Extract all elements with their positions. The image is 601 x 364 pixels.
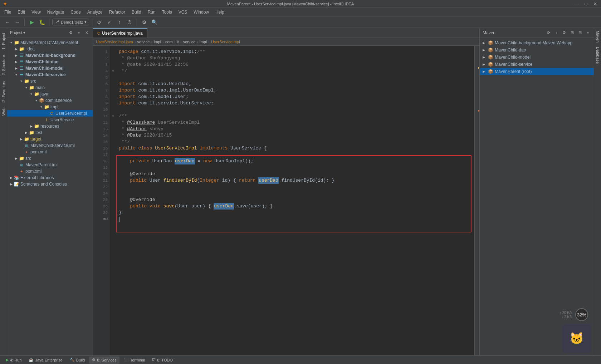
breadcrumb-service[interactable]: service [137, 40, 150, 44]
tree-label-parent-iml: MavenParent.iml [25, 162, 58, 167]
menu-analyze[interactable]: Analyze [84, 9, 106, 15]
tree-item-pom-root[interactable]: ✦ pom.xml [7, 168, 93, 174]
tree-item-package[interactable]: ▾ 📦 com.it.service [7, 97, 93, 104]
bottom-btn-services[interactable]: ⚙ 8: Services [89, 356, 119, 364]
breadcrumb-impl2[interactable]: impl [200, 40, 207, 44]
bottom-btn-run[interactable]: ▶ 4: Run [3, 356, 24, 364]
params-26a: (User [175, 203, 191, 210]
code-content[interactable]: package com.it.service.impl;/** * @autho… [116, 46, 474, 355]
line-num-10: 10 [96, 107, 110, 113]
breadcrumb-com[interactable]: com [165, 40, 173, 44]
tree-item-main[interactable]: ▾ 📁 main [7, 84, 93, 91]
menu-view[interactable]: View [29, 9, 44, 15]
tree-item-mavenparent[interactable]: ▾ 📁 MavenParent D:\MavenParent [7, 39, 93, 46]
settings-button[interactable]: ⚙ [140, 18, 148, 26]
tree-item-service[interactable]: ▾ ☰ MavenChild-service [7, 72, 93, 78]
sidebar-collapse-icon[interactable]: ≡ [75, 30, 82, 36]
fold-gutter: ▼ ▼ [110, 46, 116, 355]
tree-item-userserviceimpl[interactable]: C UserServiceImpl [7, 110, 93, 117]
menu-help[interactable]: Help [212, 9, 227, 15]
run-button[interactable]: ▶ [28, 18, 36, 26]
maven-item-service[interactable]: ▶ 📦 MavenChild-service [480, 61, 594, 68]
tab-favorites[interactable]: 2: Favorites [1, 79, 6, 104]
branch-selector[interactable]: ⎇ Demo1.test2 ▾ [52, 19, 89, 25]
breadcrumb-file[interactable]: UserServiceImpl.java [96, 40, 133, 44]
code-line-10 [116, 107, 474, 113]
commit-button[interactable]: ✓ [105, 18, 114, 26]
menu-navigate[interactable]: Navigate [44, 9, 67, 15]
tree-item-parent-iml[interactable]: ⊞ MavenParent.iml [7, 162, 93, 168]
menu-run[interactable]: Run [145, 9, 158, 15]
sidebar-settings-icon[interactable]: ⚙ [68, 30, 74, 36]
maven-collapse-button[interactable]: ⊟ [577, 30, 583, 36]
tree-item-resources[interactable]: ▶ 📁 resources [7, 123, 93, 129]
line-num-5: 5 [96, 74, 110, 81]
maven-arrow-model: ▶ [483, 55, 488, 59]
tree-item-src-root[interactable]: ▶ 📁 src [7, 155, 93, 162]
maven-label-model: MavenChild-model [495, 55, 531, 60]
sidebar-close-icon[interactable]: ✕ [83, 30, 90, 36]
tree-item-userservice[interactable]: I UserService [7, 117, 93, 123]
right-scrollbar[interactable] [474, 46, 479, 355]
tab-maven-right[interactable]: Maven [595, 28, 601, 45]
history-button[interactable]: ⏱ [125, 18, 134, 26]
push-button[interactable]: ↑ [115, 18, 124, 26]
bottom-btn-java-enterprise[interactable]: ☕ Java Enterprise [26, 356, 65, 364]
tab-database[interactable]: Database [595, 45, 601, 66]
decoration-widget: 🐱 [480, 324, 594, 355]
minimize-button[interactable]: ─ [574, 1, 580, 6]
bottom-btn-todo[interactable]: ☑ 8: TODO [149, 356, 176, 364]
forward-button[interactable]: → [13, 18, 21, 26]
debug-button[interactable]: 🐛 [38, 18, 46, 26]
tree-item-service-iml[interactable]: ⊞ MavenChild-service.iml [7, 142, 93, 149]
maven-settings-button[interactable]: ⚙ [561, 30, 567, 36]
maven-item-dao[interactable]: ▶ 📦 MavenChild-dao [480, 46, 594, 54]
breadcrumb-class[interactable]: UserServiceImpl [211, 40, 240, 44]
back-button[interactable]: ← [3, 18, 11, 26]
run-label: 4: Run [10, 358, 21, 362]
breadcrumb-impl[interactable]: impl [154, 40, 161, 44]
tree-item-java[interactable]: ▾ 📁 java [7, 91, 93, 97]
tree-item-pom-service[interactable]: ✦ pom.xml [7, 149, 93, 155]
menu-edit[interactable]: Edit [15, 9, 28, 15]
tree-item-background[interactable]: ▶ ☰ MavenChild-background [7, 52, 93, 59]
tab-project[interactable]: 1: Project [1, 31, 6, 51]
menu-tools[interactable]: Tools [159, 9, 175, 15]
maven-item-model[interactable]: ▶ 📦 MavenChild-model [480, 54, 594, 61]
update-button[interactable]: ⟳ [95, 18, 104, 26]
maximize-button[interactable]: □ [583, 1, 589, 6]
menu-build[interactable]: Build [129, 9, 144, 15]
tree-item-model[interactable]: ▶ ☰ MavenChild-model [7, 65, 93, 72]
line-num-24: 24 [96, 190, 110, 197]
editor-tab-userserviceimpl[interactable]: C UserServiceImpl.java [93, 28, 147, 38]
search-everywhere-button[interactable]: 🔍 [150, 18, 158, 26]
code-editor[interactable]: 1 2 3 4 5 6 7 8 9 10 11 12 13 14 15 16 1… [93, 46, 479, 355]
maven-item-background[interactable]: ▶ 📦 MavenChild-background Maven Webapp [480, 39, 594, 46]
maven-more-button[interactable]: ≡ [585, 30, 591, 36]
tree-item-external-libs[interactable]: ▶ 📚 External Libraries [7, 174, 93, 181]
tree-item-target[interactable]: ▶ 📁 target [7, 136, 93, 142]
tree-item-test[interactable]: ▶ 📁 test [7, 129, 93, 136]
maven-add-button[interactable]: + [553, 30, 560, 36]
tree-item-dao[interactable]: ▶ ☰ MavenChild-dao [7, 59, 93, 65]
tree-item-src[interactable]: ▾ 📁 src [7, 78, 93, 84]
tree-item-idea[interactable]: ▶ 📁 .idea [7, 46, 93, 52]
breadcrumb-it[interactable]: it [177, 40, 179, 44]
menu-code[interactable]: Code [68, 9, 84, 15]
tree-item-impl[interactable]: ▾ 📁 impl [7, 104, 93, 110]
tab-structure[interactable]: 2: Structure [1, 53, 6, 78]
maven-item-parent[interactable]: ▶ 📦 MavenParent (root) [480, 68, 594, 75]
tree-item-scratches[interactable]: ▶ 📝 Scratches and Consoles [7, 181, 93, 187]
menu-vcs[interactable]: VCS [176, 9, 190, 15]
tab-web[interactable]: Web [1, 105, 6, 118]
maven-expand-button[interactable]: ⊞ [569, 30, 575, 36]
menu-window[interactable]: Window [191, 9, 212, 15]
menu-refactor[interactable]: Refactor [106, 9, 128, 15]
download-speed: ↓ 2 K/s [561, 315, 572, 319]
breadcrumb-svc[interactable]: service [183, 40, 196, 44]
bottom-btn-terminal[interactable]: ⬛ Terminal [121, 356, 148, 364]
maven-refresh-button[interactable]: ⟳ [545, 30, 552, 36]
menu-file[interactable]: File [1, 9, 14, 15]
bottom-btn-build[interactable]: 🔨 Build [67, 356, 88, 364]
close-button[interactable]: ✕ [592, 1, 598, 6]
